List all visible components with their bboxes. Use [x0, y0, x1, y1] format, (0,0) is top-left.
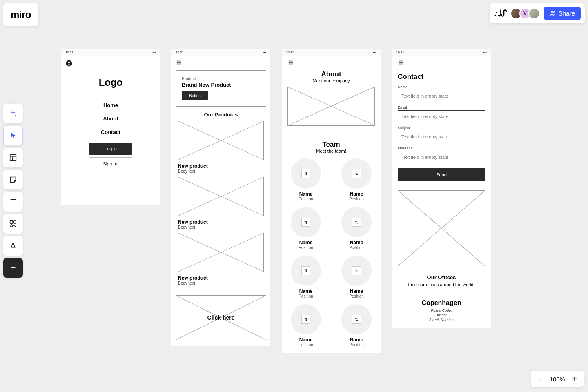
about-subtitle: Meet our company [287, 78, 375, 83]
sticky-note-icon [9, 175, 18, 184]
canvas[interactable]: 10:31 ▪▪▪ Logo Home About Contact Log in… [61, 49, 491, 353]
subject-input[interactable] [398, 131, 485, 143]
avatar-placeholder: ⇅ [341, 304, 372, 334]
offices-subtitle: Find our offices around the world! [398, 282, 485, 287]
svg-rect-7 [10, 221, 13, 223]
product-body: Body text [178, 169, 264, 174]
cursor-tool-button[interactable] [3, 126, 23, 145]
shapes-tool-button[interactable] [3, 214, 23, 234]
avatar-placeholder: ⇅ [341, 256, 372, 286]
mobile-frame-contact[interactable]: 10:31 ▪▪▪ Contact Name Email Subject Mes… [392, 49, 491, 328]
device-status-bar: 10:31 ▪▪▪ [172, 49, 270, 56]
ai-tool-button[interactable] [3, 104, 23, 123]
team-member[interactable]: ⇅NamePosition [287, 256, 324, 298]
mobile-frame-about[interactable]: 10:31 ▪▪▪ About Meet our company Team Me… [282, 49, 381, 353]
plus-icon [9, 263, 18, 272]
mobile-frame-home[interactable]: 10:31 ▪▪▪ Logo Home About Contact Log in… [61, 49, 160, 205]
status-time: 10:31 [286, 51, 294, 54]
team-member[interactable]: ⇅NamePosition [338, 304, 375, 347]
team-member[interactable]: ⇅NamePosition [287, 304, 324, 347]
avatar-placeholder: ⇅ [291, 304, 321, 334]
collaborator-avatars[interactable]: V [510, 8, 540, 19]
email-input[interactable] [398, 110, 485, 122]
office-city: Copenhagen [398, 299, 485, 307]
nav-about[interactable]: About [65, 116, 156, 122]
cursor-icon [9, 131, 18, 140]
message-input[interactable] [398, 151, 485, 163]
miro-logo[interactable]: miro [3, 3, 38, 26]
product-item[interactable]: New product Body text [178, 121, 264, 174]
product-title: New product [178, 275, 264, 281]
product-body: Body text [178, 281, 264, 285]
avatar-placeholder: ⇅ [291, 207, 321, 237]
image-placeholder [178, 121, 264, 160]
svg-point-13 [68, 62, 70, 64]
promo-button[interactable]: Button [182, 91, 208, 100]
status-time: 10:31 [65, 51, 74, 54]
team-title: Team [287, 140, 375, 149]
nav-contact[interactable]: Contact [65, 129, 156, 135]
shapes-icon [9, 219, 18, 228]
status-time: 10:31 [176, 51, 184, 54]
device-status-bar: 10:31 ▪▪▪ [282, 49, 381, 56]
pen-tool-button[interactable] [3, 236, 23, 256]
contact-title: Contact [398, 73, 485, 81]
frame-tool-button[interactable] [3, 148, 23, 167]
team-subtitle: Meet the team! [287, 149, 375, 154]
zoom-control: − 100% + [531, 371, 584, 387]
name-input[interactable] [398, 90, 485, 102]
left-toolbar [3, 104, 23, 278]
pen-icon [9, 241, 18, 250]
status-icons: ▪▪▪ [152, 51, 156, 54]
svg-point-1 [554, 11, 555, 13]
mobile-frame-products[interactable]: 10:31 ▪▪▪ Product Brand New Product Butt… [172, 49, 270, 346]
click-here-banner[interactable]: Click here [176, 295, 266, 340]
product-title: New product [178, 219, 264, 225]
team-member[interactable]: ⇅NamePosition [287, 207, 324, 250]
avatar-3[interactable] [528, 8, 540, 19]
share-label: Share [559, 10, 575, 17]
zoom-level[interactable]: 100% [550, 376, 565, 383]
add-more-button[interactable] [3, 258, 23, 278]
share-button[interactable]: Share [544, 7, 581, 20]
svg-point-0 [551, 11, 553, 13]
image-placeholder [178, 233, 264, 272]
hamburger-icon[interactable] [398, 60, 404, 65]
click-here-label: Click here [207, 314, 235, 321]
zoom-in-button[interactable]: + [571, 375, 578, 383]
device-status-bar: 10:31 ▪▪▪ [61, 49, 160, 56]
text-tool-button[interactable] [3, 192, 23, 212]
profile-icon[interactable] [65, 60, 156, 69]
frame-icon [9, 153, 18, 162]
nav-home[interactable]: Home [65, 102, 156, 108]
image-placeholder [178, 177, 264, 216]
office-address: Postal Code, District, Street, Number [398, 308, 485, 323]
team-member[interactable]: ⇅NamePosition [287, 158, 324, 201]
reactions-icon[interactable]: ♪♩ᔑ [494, 8, 506, 19]
product-title: New product [178, 163, 264, 169]
product-item[interactable]: New product Body text [178, 177, 264, 229]
svg-rect-2 [10, 155, 16, 161]
zoom-out-button[interactable]: − [537, 375, 544, 383]
image-placeholder [398, 190, 485, 266]
nav-list: Home About Contact [65, 102, 156, 135]
email-label: Email [398, 105, 485, 109]
team-member[interactable]: ⇅NamePosition [338, 158, 375, 201]
send-button[interactable]: Send [398, 168, 485, 181]
avatar-placeholder: ⇅ [341, 207, 372, 237]
name-label: Name [398, 85, 485, 89]
team-member[interactable]: ⇅NamePosition [338, 207, 375, 250]
about-title: About [287, 70, 375, 78]
hamburger-icon[interactable] [176, 60, 182, 65]
sticky-tool-button[interactable] [3, 170, 23, 189]
login-button[interactable]: Log in [89, 143, 132, 155]
header-bar: ♪♩ᔑ V Share [490, 3, 585, 23]
team-member[interactable]: ⇅NamePosition [338, 256, 375, 298]
avatar-placeholder: ⇅ [341, 158, 372, 189]
signup-button[interactable]: Sign up [89, 157, 132, 170]
product-item[interactable]: New product Body text [178, 233, 264, 285]
hamburger-icon[interactable] [287, 60, 294, 65]
promo-card: Product Brand New Product Button [176, 70, 266, 107]
products-section-title: Our Products [176, 111, 266, 118]
team-grid: ⇅NamePosition ⇅NamePosition ⇅NamePositio… [287, 158, 375, 347]
